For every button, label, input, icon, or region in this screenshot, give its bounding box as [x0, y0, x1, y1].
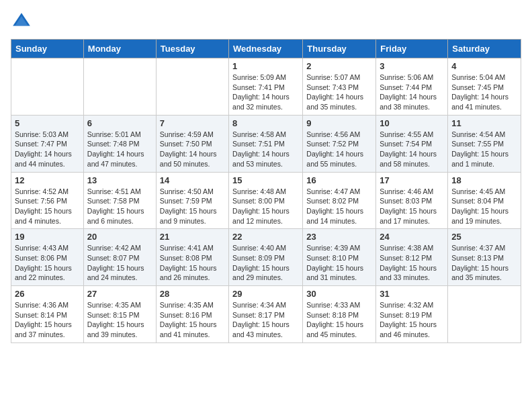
day-info: Sunrise: 4:42 AM Sunset: 8:07 PM Dayligh… [87, 243, 152, 283]
calendar-cell: 9Sunrise: 4:56 AM Sunset: 7:52 PM Daylig… [303, 115, 376, 172]
day-number: 15 [232, 175, 299, 185]
calendar-cell: 12Sunrise: 4:52 AM Sunset: 7:56 PM Dayli… [11, 172, 84, 229]
day-number: 27 [87, 289, 152, 299]
day-number: 16 [306, 175, 372, 185]
weekday-header-saturday: Saturday [448, 40, 521, 58]
weekday-header-friday: Friday [376, 40, 448, 58]
day-info: Sunrise: 4:55 AM Sunset: 7:54 PM Dayligh… [380, 130, 444, 169]
day-info: Sunrise: 4:51 AM Sunset: 7:58 PM Dayligh… [87, 187, 152, 226]
day-info: Sunrise: 5:01 AM Sunset: 7:48 PM Dayligh… [87, 130, 152, 169]
day-number: 7 [160, 118, 225, 128]
calendar-cell: 22Sunrise: 4:40 AM Sunset: 8:09 PM Dayli… [229, 229, 303, 286]
calendar-week-row: 5Sunrise: 5:03 AM Sunset: 7:47 PM Daylig… [11, 115, 521, 172]
day-number: 4 [451, 61, 517, 71]
calendar-cell: 21Sunrise: 4:41 AM Sunset: 8:08 PM Dayli… [156, 229, 228, 286]
calendar-cell: 6Sunrise: 5:01 AM Sunset: 7:48 PM Daylig… [83, 115, 156, 172]
day-info: Sunrise: 4:38 AM Sunset: 8:12 PM Dayligh… [380, 243, 444, 283]
calendar-cell: 10Sunrise: 4:55 AM Sunset: 7:54 PM Dayli… [376, 115, 448, 172]
day-number: 22 [232, 232, 299, 242]
day-info: Sunrise: 4:52 AM Sunset: 7:56 PM Dayligh… [15, 187, 80, 226]
calendar-cell [448, 286, 521, 343]
logo [11, 11, 35, 32]
calendar-cell: 15Sunrise: 4:48 AM Sunset: 8:00 PM Dayli… [229, 172, 303, 229]
day-info: Sunrise: 5:06 AM Sunset: 7:44 PM Dayligh… [380, 73, 444, 112]
day-info: Sunrise: 4:45 AM Sunset: 8:04 PM Dayligh… [451, 187, 517, 226]
calendar-cell: 25Sunrise: 4:37 AM Sunset: 8:13 PM Dayli… [448, 229, 521, 286]
calendar-cell: 4Sunrise: 5:04 AM Sunset: 7:45 PM Daylig… [448, 58, 521, 116]
day-number: 11 [451, 118, 517, 128]
day-info: Sunrise: 4:56 AM Sunset: 7:52 PM Dayligh… [306, 130, 372, 169]
day-info: Sunrise: 4:34 AM Sunset: 8:17 PM Dayligh… [232, 300, 299, 340]
day-info: Sunrise: 5:04 AM Sunset: 7:45 PM Dayligh… [451, 73, 517, 112]
calendar-cell: 29Sunrise: 4:34 AM Sunset: 8:17 PM Dayli… [229, 286, 303, 343]
day-number: 25 [451, 232, 517, 242]
calendar-cell [156, 58, 228, 116]
day-info: Sunrise: 4:35 AM Sunset: 8:16 PM Dayligh… [160, 300, 225, 340]
day-info: Sunrise: 4:33 AM Sunset: 8:18 PM Dayligh… [306, 300, 372, 340]
day-number: 14 [160, 175, 225, 185]
calendar-week-row: 1Sunrise: 5:09 AM Sunset: 7:41 PM Daylig… [11, 58, 521, 116]
day-number: 2 [306, 61, 372, 71]
weekday-header-monday: Monday [83, 40, 156, 58]
day-info: Sunrise: 4:47 AM Sunset: 8:02 PM Dayligh… [306, 187, 372, 226]
day-number: 3 [380, 61, 444, 71]
day-info: Sunrise: 4:36 AM Sunset: 8:14 PM Dayligh… [15, 300, 80, 340]
day-info: Sunrise: 5:03 AM Sunset: 7:47 PM Dayligh… [15, 130, 80, 169]
calendar-cell: 30Sunrise: 4:33 AM Sunset: 8:18 PM Dayli… [303, 286, 376, 343]
weekday-header-wednesday: Wednesday [229, 40, 303, 58]
day-info: Sunrise: 5:09 AM Sunset: 7:41 PM Dayligh… [232, 73, 299, 112]
calendar-cell: 28Sunrise: 4:35 AM Sunset: 8:16 PM Dayli… [156, 286, 228, 343]
calendar-cell: 23Sunrise: 4:39 AM Sunset: 8:10 PM Dayli… [303, 229, 376, 286]
calendar-cell: 26Sunrise: 4:36 AM Sunset: 8:14 PM Dayli… [11, 286, 84, 343]
day-info: Sunrise: 4:48 AM Sunset: 8:00 PM Dayligh… [232, 187, 299, 226]
day-number: 8 [232, 118, 299, 128]
calendar-cell: 17Sunrise: 4:46 AM Sunset: 8:03 PM Dayli… [376, 172, 448, 229]
day-number: 28 [160, 289, 225, 299]
calendar-cell: 14Sunrise: 4:50 AM Sunset: 7:59 PM Dayli… [156, 172, 228, 229]
calendar-cell [83, 58, 156, 116]
day-info: Sunrise: 4:41 AM Sunset: 8:08 PM Dayligh… [160, 243, 225, 283]
calendar-cell: 2Sunrise: 5:07 AM Sunset: 7:43 PM Daylig… [303, 58, 376, 116]
day-info: Sunrise: 4:46 AM Sunset: 8:03 PM Dayligh… [380, 187, 444, 226]
day-number: 30 [306, 289, 372, 299]
day-number: 19 [15, 232, 80, 242]
calendar-cell: 24Sunrise: 4:38 AM Sunset: 8:12 PM Dayli… [376, 229, 448, 286]
calendar-table: SundayMondayTuesdayWednesdayThursdayFrid… [11, 39, 521, 343]
calendar-cell: 7Sunrise: 4:59 AM Sunset: 7:50 PM Daylig… [156, 115, 228, 172]
calendar-cell: 13Sunrise: 4:51 AM Sunset: 7:58 PM Dayli… [83, 172, 156, 229]
calendar-cell: 18Sunrise: 4:45 AM Sunset: 8:04 PM Dayli… [448, 172, 521, 229]
calendar-cell: 1Sunrise: 5:09 AM Sunset: 7:41 PM Daylig… [229, 58, 303, 116]
day-number: 5 [15, 118, 80, 128]
day-number: 1 [232, 61, 299, 71]
calendar-cell: 5Sunrise: 5:03 AM Sunset: 7:47 PM Daylig… [11, 115, 84, 172]
calendar-cell: 3Sunrise: 5:06 AM Sunset: 7:44 PM Daylig… [376, 58, 448, 116]
weekday-header-thursday: Thursday [303, 40, 376, 58]
day-number: 23 [306, 232, 372, 242]
calendar-header-row: SundayMondayTuesdayWednesdayThursdayFrid… [11, 40, 521, 58]
page-header [11, 11, 521, 32]
calendar-week-row: 19Sunrise: 4:43 AM Sunset: 8:06 PM Dayli… [11, 229, 521, 286]
day-number: 12 [15, 175, 80, 185]
day-number: 13 [87, 175, 152, 185]
calendar-cell: 27Sunrise: 4:35 AM Sunset: 8:15 PM Dayli… [83, 286, 156, 343]
day-number: 9 [306, 118, 372, 128]
day-info: Sunrise: 4:50 AM Sunset: 7:59 PM Dayligh… [160, 187, 225, 226]
day-info: Sunrise: 4:40 AM Sunset: 8:09 PM Dayligh… [232, 243, 299, 283]
logo-icon [11, 11, 32, 32]
weekday-header-sunday: Sunday [11, 40, 84, 58]
calendar-cell: 11Sunrise: 4:54 AM Sunset: 7:55 PM Dayli… [448, 115, 521, 172]
day-number: 10 [380, 118, 444, 128]
day-number: 17 [380, 175, 444, 185]
day-number: 29 [232, 289, 299, 299]
day-number: 31 [380, 289, 444, 299]
day-number: 24 [380, 232, 444, 242]
weekday-header-tuesday: Tuesday [156, 40, 228, 58]
calendar-week-row: 12Sunrise: 4:52 AM Sunset: 7:56 PM Dayli… [11, 172, 521, 229]
day-info: Sunrise: 5:07 AM Sunset: 7:43 PM Dayligh… [306, 73, 372, 112]
day-info: Sunrise: 4:54 AM Sunset: 7:55 PM Dayligh… [451, 130, 517, 169]
day-info: Sunrise: 4:37 AM Sunset: 8:13 PM Dayligh… [451, 243, 517, 283]
calendar-cell: 19Sunrise: 4:43 AM Sunset: 8:06 PM Dayli… [11, 229, 84, 286]
day-number: 6 [87, 118, 152, 128]
calendar-cell: 8Sunrise: 4:58 AM Sunset: 7:51 PM Daylig… [229, 115, 303, 172]
day-number: 18 [451, 175, 517, 185]
